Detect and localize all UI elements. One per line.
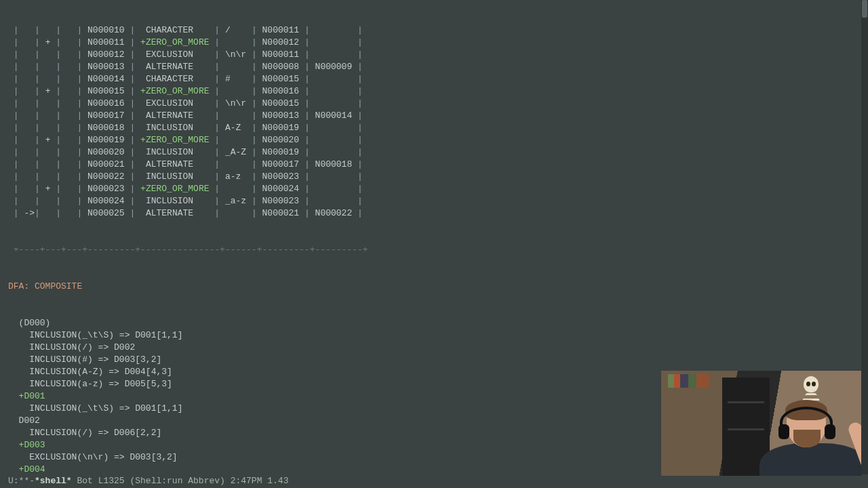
pipe-separator: | — [56, 123, 61, 133]
cell: N000018 — [310, 159, 357, 169]
pipe-separator: | — [252, 123, 257, 133]
pipe-separator: | — [252, 208, 257, 218]
cell-type: +ZERO_OR_MORE — [135, 86, 214, 96]
pipe-separator: | — [35, 37, 40, 47]
pipe-separator: | — [252, 171, 257, 182]
table-row: | | | | N000014 | CHARACTER | # | N00001… — [8, 73, 868, 85]
dfa-line: INCLUSION(_\t\S) => D001[1,1] — [8, 329, 868, 342]
pipe-separator: | — [35, 135, 40, 145]
cell-type: +ZERO_OR_MORE — [135, 135, 214, 145]
pipe-separator: | — [35, 171, 40, 182]
pipe-separator: | — [357, 62, 363, 72]
pipe-separator: | — [56, 147, 61, 157]
cell — [40, 208, 56, 218]
pipe-separator: | — [304, 123, 310, 133]
pipe-separator: | — [35, 25, 40, 35]
cell: N000019 — [82, 135, 130, 145]
pipe-separator: | — [304, 49, 310, 60]
cell — [19, 86, 35, 96]
cell: N000017 — [82, 110, 130, 121]
pipe-separator: | — [56, 62, 61, 72]
pipe-separator: | — [304, 62, 310, 72]
pipe-separator: | — [8, 25, 19, 35]
cell — [310, 86, 357, 96]
cell — [19, 147, 35, 157]
cell: _A-Z — [220, 147, 252, 157]
cell: N000013 — [257, 110, 304, 121]
pipe-separator: | — [35, 62, 40, 72]
pipe-separator: | — [56, 98, 61, 108]
pipe-separator: | — [357, 74, 363, 84]
pipe-separator: | — [357, 208, 363, 218]
pipe-separator: | — [214, 135, 220, 145]
cell: EXCLUSION — [135, 49, 214, 60]
cell: CHARACTER — [135, 25, 214, 35]
scrollbar[interactable] — [861, 0, 868, 474]
pipe-separator: | — [214, 74, 220, 84]
cell: N000016 — [257, 86, 304, 96]
pipe-separator: | — [35, 49, 40, 60]
person-icon — [766, 401, 861, 476]
cell — [40, 147, 56, 157]
cell: N000014 — [310, 110, 357, 121]
pipe-separator: | — [252, 147, 257, 157]
pipe-separator: | — [304, 147, 310, 157]
cell: + — [40, 184, 56, 194]
cell: N000016 — [82, 98, 130, 108]
pipe-separator: | — [252, 62, 257, 72]
cell: N000008 — [257, 62, 304, 72]
cell — [40, 123, 56, 133]
pipe-separator: | — [8, 184, 19, 194]
cell — [19, 171, 35, 182]
cell — [19, 159, 35, 169]
pipe-separator: | — [214, 159, 220, 169]
pipe-separator: | — [8, 62, 19, 72]
cell — [310, 37, 357, 47]
pipe-separator: | — [357, 110, 363, 121]
cell — [310, 135, 357, 145]
pipe-separator: | — [304, 196, 310, 206]
cell: N000025 — [82, 208, 130, 218]
cell: N000023 — [257, 171, 304, 182]
cell — [220, 184, 252, 194]
table-row: | | | | N000021 | ALTERNATE | | N000017 … — [8, 159, 868, 171]
cell — [61, 123, 77, 133]
pipe-separator: | — [214, 196, 220, 206]
table-row: | | | | N000013 | ALTERNATE | | N000008 … — [8, 61, 868, 73]
cell — [19, 74, 35, 84]
cell — [40, 62, 56, 72]
cell: _a-z — [220, 196, 252, 206]
cell — [310, 74, 357, 84]
cell: N000017 — [257, 159, 304, 169]
pipe-separator: | — [357, 49, 363, 60]
dfa-line: INCLUSION(#) => D003[3,2] — [8, 354, 868, 366]
cell — [19, 123, 35, 133]
scrollbar-thumb[interactable] — [862, 0, 867, 18]
table-row: | | + | | N000011 | +ZERO_OR_MORE | | N0… — [8, 37, 868, 49]
pipe-separator: | — [252, 159, 257, 169]
cell: \n\r — [220, 49, 252, 60]
pipe-separator: | — [56, 208, 61, 218]
cell — [220, 208, 252, 218]
pipe-separator: | — [252, 196, 257, 206]
cell: N000012 — [257, 37, 304, 47]
cell — [19, 184, 35, 194]
cell — [61, 37, 77, 47]
table-row: | | | | N000024 | INCLUSION | _a-z | N00… — [8, 195, 868, 207]
cell — [19, 135, 35, 145]
cell: ALTERNATE — [135, 208, 214, 218]
cell: N000020 — [257, 135, 304, 145]
cell: N000011 — [257, 49, 304, 60]
cell — [61, 98, 77, 108]
cell — [220, 159, 252, 169]
pipe-separator: | — [304, 25, 310, 35]
cell — [19, 49, 35, 60]
cell: N000009 — [310, 62, 357, 72]
cell: N000022 — [310, 208, 357, 218]
modeline-status: U:**- — [8, 476, 35, 486]
pipe-separator: | — [304, 37, 310, 47]
cell: N000015 — [257, 74, 304, 84]
pipe-separator: | — [56, 110, 61, 121]
pipe-separator: | — [214, 37, 220, 47]
cell — [310, 171, 357, 182]
